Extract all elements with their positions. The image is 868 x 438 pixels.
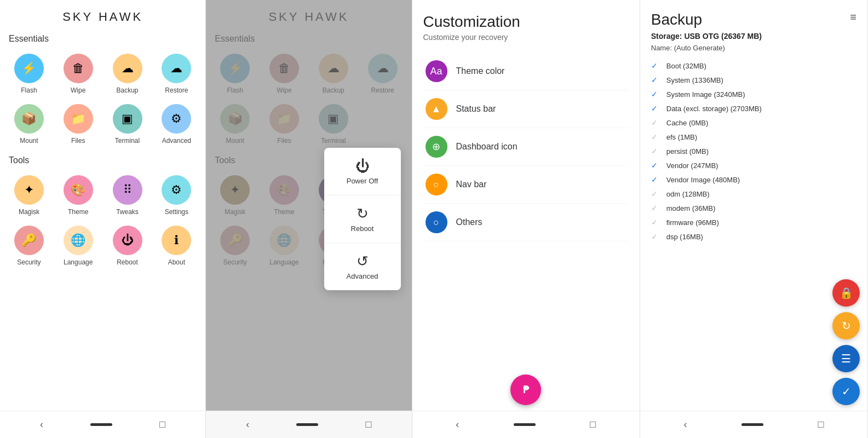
recents-button-2[interactable]: □ [366,419,372,430]
fab-check[interactable]: ✓ [832,378,860,405]
icon-flash[interactable]: ⚡ Flash [4,48,54,99]
name-info: Name: (Auto Generate) [651,44,856,52]
theme-color-icon: Aa [426,60,447,82]
back-button-1[interactable]: ‹ [40,419,43,430]
check-firmware: ✓ [651,218,662,227]
icon-advanced[interactable]: ⚙ Advanced [152,99,201,149]
security-icon: 🔑 [14,226,44,255]
panel-backup: Backup ≡ Storage: USB OTG (26367 MB) Nam… [640,0,868,438]
icon-about[interactable]: ℹ About [152,220,201,270]
customization-dashboard-icon[interactable]: ⊕ Dashboard icon [423,128,629,166]
check-efs: ✓ [651,132,662,141]
popup-reboot[interactable]: ↻ Reboot [324,195,401,243]
bottom-nav-3: ‹ □ [412,411,640,438]
tweaks-icon: ⠿ [113,175,142,205]
customization-others[interactable]: ○ Others [423,204,629,241]
essentials-label-1: Essentials [0,30,205,46]
backup-item-vendor-image[interactable]: ✓ Vendor Image (480MB) [651,172,856,187]
fab-list[interactable]: ☰ [832,345,860,372]
icon-backup[interactable]: ☁ Backup [103,48,152,99]
backup-item-cache[interactable]: ✓ Cache (0MB) [651,116,856,130]
tools-grid-1: ✦ Magisk 🎨 Theme ⠿ Tweaks ⚙ Settings 🔑 S… [0,168,205,273]
nav-bar-icon: ○ [426,174,447,195]
recents-button-4[interactable]: □ [818,419,824,430]
icon-settings[interactable]: ⚙ Settings [152,170,201,220]
icon-magisk[interactable]: ✦ Magisk [4,170,54,220]
backup-item-firmware[interactable]: ✓ firmware (96MB) [651,215,856,229]
home-pill-2[interactable] [296,423,318,426]
home-pill-1[interactable] [90,423,112,426]
menu-icon[interactable]: ≡ [850,11,856,24]
dashboard-icon-icon: ⊕ [426,136,447,158]
panel-skyhawk-main: SKY HAWK Essentials ⚡ Flash 🗑 Wipe ☁ Bac… [0,0,206,438]
fab-lock[interactable]: 🔒 [832,279,860,307]
panel-skyhawk-overlay: SKY HAWK Essentials ⚡ Flash 🗑 Wipe ☁ Bac… [206,0,412,438]
theme-icon: 🎨 [64,175,93,205]
language-icon: 🌐 [64,226,93,255]
icon-reboot[interactable]: ⏻ Reboot [103,220,152,270]
popup-menu: ⏻ Power Off ↻ Reboot ↺ Advanced [324,148,401,290]
check-vendor: ✓ [651,161,662,170]
storage-info: Storage: USB OTG (26367 MB) [651,32,856,41]
reboot-icon: ⏻ [113,226,142,255]
status-bar-icon: ▲ [426,98,447,120]
backup-item-system-image[interactable]: ✓ System Image (3240MB) [651,87,856,101]
essentials-grid-1: ⚡ Flash 🗑 Wipe ☁ Backup ☁ Restore 📦 Moun… [0,46,205,151]
backup-item-modem[interactable]: ✓ modem (36MB) [651,201,856,215]
back-button-4[interactable]: ‹ [683,419,687,430]
backup-item-persist[interactable]: ✓ persist (0MB) [651,144,856,158]
backup-item-boot[interactable]: ✓ Boot (32MB) [651,59,856,73]
recents-button-1[interactable]: □ [159,419,165,430]
backup-header: Backup ≡ [651,11,856,30]
check-data: ✓ [651,104,662,113]
check-odm: ✓ [651,189,662,198]
about-icon: ℹ [162,226,191,255]
popup-advanced[interactable]: ↺ Advanced [324,243,401,290]
check-system-image: ✓ [651,90,662,99]
customization-subtitle: Customize your recovery [423,33,629,42]
icon-language[interactable]: 🌐 Language [54,220,103,270]
icon-security[interactable]: 🔑 Security [4,220,54,270]
backup-item-efs[interactable]: ✓ efs (1MB) [651,130,856,144]
icon-theme[interactable]: 🎨 Theme [54,170,103,220]
recents-button-3[interactable]: □ [590,419,596,430]
popup-overlay: ⏻ Power Off ↻ Reboot ↺ Advanced [206,0,411,438]
home-pill-4[interactable] [741,423,763,426]
customization-nav-bar[interactable]: ○ Nav bar [423,166,629,204]
restore-icon: ☁ [162,54,191,83]
customization-status-bar[interactable]: ▲ Status bar [423,90,629,128]
mount-icon: 📦 [14,104,44,134]
backup-items-list: ✓ Boot (32MB) ✓ System (1336MB) ✓ System… [651,59,856,244]
bottom-nav-4: ‹ □ [640,411,867,438]
fab-refresh[interactable]: ↻ [832,312,860,339]
home-pill-3[interactable] [514,423,536,426]
back-button-2[interactable]: ‹ [246,419,249,430]
check-boot: ✓ [651,61,662,70]
backup-item-odm[interactable]: ✓ odm (128MB) [651,187,856,201]
icon-files[interactable]: 📁 Files [54,99,103,149]
flash-icon: ⚡ [14,54,44,83]
app-title-1: SKY HAWK [0,0,205,30]
fab-column: 🔒 ↻ ☰ ✓ [832,279,860,405]
icon-mount[interactable]: 📦 Mount [4,99,54,149]
backup-item-dsp[interactable]: ✓ dsp (16MB) [651,229,856,244]
backup-item-data[interactable]: ✓ Data (excl. storage) (2703MB) [651,101,856,116]
bottom-nav-2: ‹ □ [206,411,411,438]
icon-wipe[interactable]: 🗑 Wipe [54,48,103,99]
others-icon: ○ [426,211,447,233]
icon-restore[interactable]: ☁ Restore [152,48,201,99]
check-persist: ✓ [651,147,662,155]
backup-item-system[interactable]: ✓ System (1336MB) [651,73,856,87]
popup-power-off[interactable]: ⏻ Power Off [324,148,401,195]
icon-tweaks[interactable]: ⠿ Tweaks [103,170,152,220]
check-cache: ✓ [651,118,662,127]
fab-customization[interactable]: ₱ [510,374,541,405]
backup-item-vendor[interactable]: ✓ Vendor (247MB) [651,158,856,172]
customization-theme-color[interactable]: Aa Theme color [423,53,629,90]
icon-terminal[interactable]: ▣ Terminal [103,99,152,149]
customization-title: Customization [423,13,629,31]
wipe-icon: 🗑 [64,54,93,83]
check-dsp: ✓ [651,232,662,241]
settings-icon: ⚙ [162,175,191,205]
back-button-3[interactable]: ‹ [456,419,459,430]
